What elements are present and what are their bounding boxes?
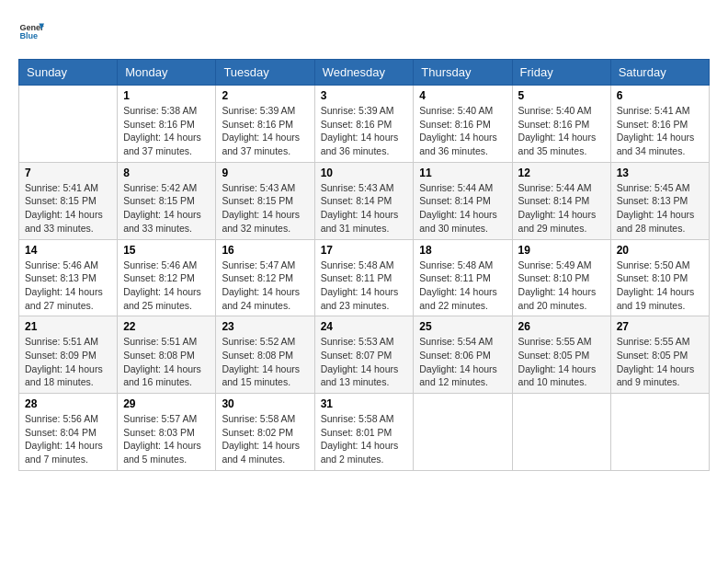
calendar-cell: 22 Sunrise: 5:51 AM Sunset: 8:08 PM Dayl… <box>118 316 216 394</box>
header-thursday: Thursday <box>414 60 512 86</box>
day-number: 17 <box>321 244 408 257</box>
day-info: Sunrise: 5:39 AM Sunset: 8:16 PM Dayligh… <box>321 104 408 158</box>
day-info: Sunrise: 5:49 AM Sunset: 8:10 PM Dayligh… <box>518 259 605 313</box>
calendar-week-5: 28 Sunrise: 5:56 AM Sunset: 8:04 PM Dayl… <box>19 394 710 471</box>
calendar-cell: 5 Sunrise: 5:40 AM Sunset: 8:16 PM Dayli… <box>512 86 610 163</box>
calendar-week-3: 14 Sunrise: 5:46 AM Sunset: 8:13 PM Dayl… <box>19 239 710 316</box>
day-number: 19 <box>518 244 605 257</box>
calendar-cell: 27 Sunrise: 5:55 AM Sunset: 8:05 PM Dayl… <box>610 316 709 394</box>
calendar-cell: 14 Sunrise: 5:46 AM Sunset: 8:13 PM Dayl… <box>19 239 118 316</box>
calendar-cell <box>610 394 709 471</box>
logo: General Blue <box>18 18 48 44</box>
day-info: Sunrise: 5:52 AM Sunset: 8:08 PM Dayligh… <box>222 335 308 389</box>
day-number: 24 <box>321 320 408 333</box>
calendar-cell: 29 Sunrise: 5:57 AM Sunset: 8:03 PM Dayl… <box>118 394 216 471</box>
day-info: Sunrise: 5:47 AM Sunset: 8:12 PM Dayligh… <box>222 259 308 313</box>
calendar-cell: 23 Sunrise: 5:52 AM Sunset: 8:08 PM Dayl… <box>216 316 314 394</box>
header-sunday: Sunday <box>19 60 118 86</box>
calendar-cell: 17 Sunrise: 5:48 AM Sunset: 8:11 PM Dayl… <box>314 239 414 316</box>
calendar-cell <box>19 86 118 163</box>
day-number: 25 <box>419 320 506 333</box>
day-info: Sunrise: 5:58 AM Sunset: 8:01 PM Dayligh… <box>321 412 408 466</box>
day-info: Sunrise: 5:55 AM Sunset: 8:05 PM Dayligh… <box>617 335 703 389</box>
day-number: 1 <box>123 89 210 102</box>
day-number: 22 <box>123 320 210 333</box>
day-number: 23 <box>222 320 308 333</box>
day-info: Sunrise: 5:45 AM Sunset: 8:13 PM Dayligh… <box>617 181 703 236</box>
day-number: 27 <box>617 320 703 333</box>
calendar-cell: 28 Sunrise: 5:56 AM Sunset: 8:04 PM Dayl… <box>19 394 118 471</box>
calendar-cell: 8 Sunrise: 5:42 AM Sunset: 8:15 PM Dayli… <box>118 162 216 239</box>
day-info: Sunrise: 5:42 AM Sunset: 8:15 PM Dayligh… <box>123 181 210 236</box>
calendar-cell: 26 Sunrise: 5:55 AM Sunset: 8:05 PM Dayl… <box>512 316 610 394</box>
calendar-cell: 18 Sunrise: 5:48 AM Sunset: 8:11 PM Dayl… <box>414 239 512 316</box>
calendar-week-2: 7 Sunrise: 5:41 AM Sunset: 8:15 PM Dayli… <box>19 162 710 239</box>
calendar-header-row: SundayMondayTuesdayWednesdayThursdayFrid… <box>19 60 710 86</box>
day-info: Sunrise: 5:48 AM Sunset: 8:11 PM Dayligh… <box>419 259 506 313</box>
calendar-table: SundayMondayTuesdayWednesdayThursdayFrid… <box>18 59 710 471</box>
logo-icon: General Blue <box>18 18 44 44</box>
day-info: Sunrise: 5:41 AM Sunset: 8:16 PM Dayligh… <box>617 104 703 158</box>
day-number: 20 <box>617 244 703 257</box>
day-number: 10 <box>321 167 408 179</box>
calendar-cell: 16 Sunrise: 5:47 AM Sunset: 8:12 PM Dayl… <box>216 239 314 316</box>
day-info: Sunrise: 5:43 AM Sunset: 8:15 PM Dayligh… <box>222 181 308 236</box>
day-number: 3 <box>321 89 408 102</box>
calendar-cell <box>512 394 610 471</box>
day-info: Sunrise: 5:56 AM Sunset: 8:04 PM Dayligh… <box>25 412 111 466</box>
day-number: 15 <box>123 244 210 257</box>
day-info: Sunrise: 5:39 AM Sunset: 8:16 PM Dayligh… <box>222 104 308 158</box>
day-number: 12 <box>518 167 605 179</box>
calendar-cell: 1 Sunrise: 5:38 AM Sunset: 8:16 PM Dayli… <box>118 86 216 163</box>
day-info: Sunrise: 5:46 AM Sunset: 8:12 PM Dayligh… <box>123 259 210 313</box>
day-info: Sunrise: 5:48 AM Sunset: 8:11 PM Dayligh… <box>321 259 408 313</box>
day-number: 31 <box>321 397 408 410</box>
day-info: Sunrise: 5:44 AM Sunset: 8:14 PM Dayligh… <box>518 181 605 236</box>
day-info: Sunrise: 5:44 AM Sunset: 8:14 PM Dayligh… <box>419 181 506 236</box>
day-number: 4 <box>419 89 506 102</box>
header-tuesday: Tuesday <box>216 60 314 86</box>
day-number: 6 <box>617 89 703 102</box>
calendar-cell: 25 Sunrise: 5:54 AM Sunset: 8:06 PM Dayl… <box>414 316 512 394</box>
day-number: 18 <box>419 244 506 257</box>
calendar-cell: 3 Sunrise: 5:39 AM Sunset: 8:16 PM Dayli… <box>314 86 414 163</box>
calendar-cell: 15 Sunrise: 5:46 AM Sunset: 8:12 PM Dayl… <box>118 239 216 316</box>
calendar-cell: 12 Sunrise: 5:44 AM Sunset: 8:14 PM Dayl… <box>512 162 610 239</box>
calendar-cell: 13 Sunrise: 5:45 AM Sunset: 8:13 PM Dayl… <box>610 162 709 239</box>
calendar-cell: 19 Sunrise: 5:49 AM Sunset: 8:10 PM Dayl… <box>512 239 610 316</box>
calendar-cell: 6 Sunrise: 5:41 AM Sunset: 8:16 PM Dayli… <box>610 86 709 163</box>
day-info: Sunrise: 5:40 AM Sunset: 8:16 PM Dayligh… <box>419 104 506 158</box>
day-number: 11 <box>419 167 506 179</box>
header-wednesday: Wednesday <box>314 60 414 86</box>
svg-text:Blue: Blue <box>19 31 38 40</box>
day-number: 29 <box>123 397 210 410</box>
calendar-cell: 31 Sunrise: 5:58 AM Sunset: 8:01 PM Dayl… <box>314 394 414 471</box>
day-number: 14 <box>25 244 111 257</box>
calendar-cell: 30 Sunrise: 5:58 AM Sunset: 8:02 PM Dayl… <box>216 394 314 471</box>
day-number: 16 <box>222 244 308 257</box>
day-info: Sunrise: 5:55 AM Sunset: 8:05 PM Dayligh… <box>518 335 605 389</box>
day-info: Sunrise: 5:57 AM Sunset: 8:03 PM Dayligh… <box>123 412 210 466</box>
day-number: 2 <box>222 89 308 102</box>
day-info: Sunrise: 5:38 AM Sunset: 8:16 PM Dayligh… <box>123 104 210 158</box>
day-number: 30 <box>222 397 308 410</box>
day-info: Sunrise: 5:50 AM Sunset: 8:10 PM Dayligh… <box>617 259 703 313</box>
calendar-cell: 21 Sunrise: 5:51 AM Sunset: 8:09 PM Dayl… <box>19 316 118 394</box>
calendar-cell: 20 Sunrise: 5:50 AM Sunset: 8:10 PM Dayl… <box>610 239 709 316</box>
calendar-cell: 24 Sunrise: 5:53 AM Sunset: 8:07 PM Dayl… <box>314 316 414 394</box>
calendar-week-4: 21 Sunrise: 5:51 AM Sunset: 8:09 PM Dayl… <box>19 316 710 394</box>
page-header: General Blue <box>18 18 710 44</box>
day-info: Sunrise: 5:53 AM Sunset: 8:07 PM Dayligh… <box>321 335 408 389</box>
day-number: 26 <box>518 320 605 333</box>
calendar-cell <box>414 394 512 471</box>
calendar-cell: 11 Sunrise: 5:44 AM Sunset: 8:14 PM Dayl… <box>414 162 512 239</box>
day-info: Sunrise: 5:51 AM Sunset: 8:09 PM Dayligh… <box>25 335 111 389</box>
day-info: Sunrise: 5:46 AM Sunset: 8:13 PM Dayligh… <box>25 259 111 313</box>
day-number: 7 <box>25 167 111 179</box>
day-number: 8 <box>123 167 210 179</box>
calendar-cell: 2 Sunrise: 5:39 AM Sunset: 8:16 PM Dayli… <box>216 86 314 163</box>
calendar-cell: 9 Sunrise: 5:43 AM Sunset: 8:15 PM Dayli… <box>216 162 314 239</box>
day-number: 5 <box>518 89 605 102</box>
day-info: Sunrise: 5:40 AM Sunset: 8:16 PM Dayligh… <box>518 104 605 158</box>
calendar-cell: 7 Sunrise: 5:41 AM Sunset: 8:15 PM Dayli… <box>19 162 118 239</box>
